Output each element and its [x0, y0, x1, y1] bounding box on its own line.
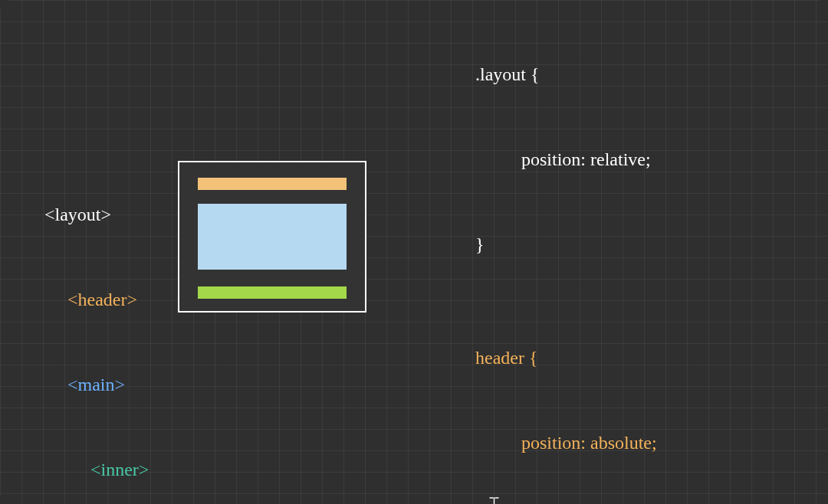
preview-header-bar: [198, 178, 347, 190]
css-header-selector: header {: [475, 344, 695, 372]
html-code-block: <layout> <header> <main> <inner> </main>…: [44, 144, 149, 504]
text-cursor-icon: [488, 496, 500, 504]
layout-preview-inner: [198, 178, 347, 299]
html-header: <header>: [44, 286, 149, 314]
html-layout-open: <layout>: [44, 201, 149, 229]
slide-stage: <layout> <header> <main> <inner> </main>…: [0, 0, 828, 504]
css-layout-close: }: [475, 231, 695, 259]
css-layout-rule1: position: relative;: [475, 146, 695, 174]
html-main-open: <main>: [44, 371, 149, 399]
css-layout-selector: .layout {: [475, 61, 695, 89]
layout-preview: [178, 161, 366, 313]
preview-footer-bar: [198, 286, 347, 299]
preview-main-block: [198, 204, 347, 270]
html-inner: <inner>: [44, 456, 149, 484]
css-code-block: .layout { position: relative; } header {…: [475, 4, 695, 504]
css-header-rule1: position: absolute;: [475, 429, 695, 457]
